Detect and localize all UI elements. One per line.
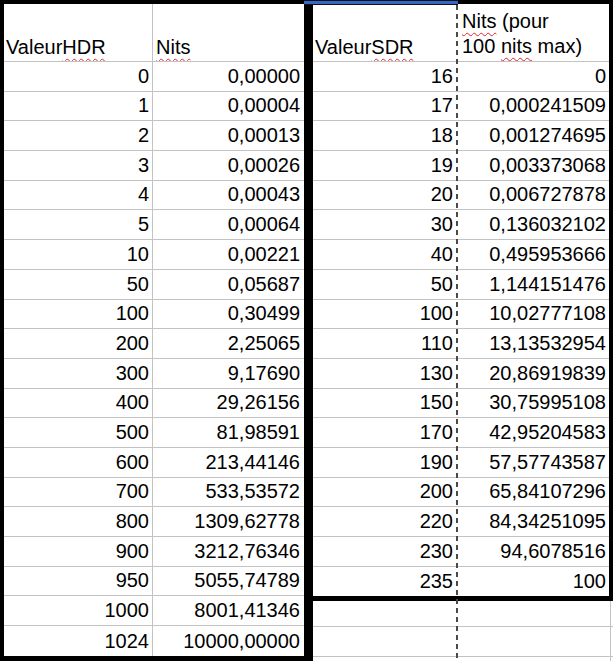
cell[interactable]: 100 <box>4 300 153 329</box>
cell[interactable]: 230 <box>313 537 457 566</box>
cell[interactable]: 3212,76346 <box>153 537 303 566</box>
cell[interactable]: 200 <box>4 329 153 358</box>
spellcheck-squiggle: Nits <box>156 35 190 59</box>
table-row: 200,006727878 <box>313 181 609 211</box>
table-row: 30,00026 <box>4 151 304 181</box>
cell[interactable]: 0,30499 <box>153 300 303 329</box>
table-row: 20065,84107296 <box>313 478 609 508</box>
cell[interactable]: 1,144151476 <box>457 270 609 299</box>
cell[interactable]: 700 <box>4 478 153 507</box>
cell[interactable]: 13,13532954 <box>457 329 609 358</box>
cell[interactable]: 0,136032102 <box>457 210 609 239</box>
cell[interactable]: 0,05687 <box>153 270 303 299</box>
cell[interactable]: 8001,41346 <box>153 596 303 625</box>
cell[interactable]: 10 <box>4 240 153 269</box>
table-row: 10,00004 <box>4 92 304 122</box>
cell[interactable]: 600 <box>4 448 153 477</box>
cell[interactable]: 0,00004 <box>153 92 303 121</box>
header-cell-valeur-sdr[interactable]: Valeur SDR <box>313 4 457 61</box>
cell[interactable]: 1 <box>4 92 153 121</box>
cell[interactable]: 5055,74789 <box>153 567 303 596</box>
cell[interactable]: 0 <box>457 62 609 91</box>
cell[interactable]: 5 <box>4 210 153 239</box>
cell[interactable]: 235 <box>313 567 457 597</box>
table-row: 17042,95204583 <box>313 418 609 448</box>
cell[interactable]: 190 <box>313 448 457 477</box>
cell[interactable]: 50 <box>313 270 457 299</box>
table-row: 3009,17690 <box>4 359 304 389</box>
cell[interactable]: 57,57743587 <box>457 448 609 477</box>
table-row: 50081,98591 <box>4 418 304 448</box>
hdr-table-header-row: Valeur HDR Nits <box>4 4 304 62</box>
cell[interactable]: 40 <box>313 240 457 269</box>
cell[interactable]: 300 <box>4 359 153 388</box>
cell[interactable]: 110 <box>313 329 457 358</box>
cell[interactable]: 2,25065 <box>153 329 303 358</box>
cell[interactable]: 200 <box>313 478 457 507</box>
cell[interactable]: 0,003373068 <box>457 151 609 180</box>
cell[interactable]: 0,00026 <box>153 151 303 180</box>
cell[interactable]: 0,001274695 <box>457 121 609 150</box>
cell[interactable]: 500 <box>4 418 153 447</box>
cell[interactable]: 950 <box>4 567 153 596</box>
cell[interactable]: 20,86919839 <box>457 359 609 388</box>
cell[interactable]: 800 <box>4 507 153 536</box>
cell[interactable]: 0,00000 <box>153 62 303 91</box>
cell[interactable]: 0,006727878 <box>457 181 609 210</box>
header-cell-nits[interactable]: Nits <box>153 4 303 61</box>
cell[interactable]: 213,44146 <box>153 448 303 477</box>
cell[interactable]: 18 <box>313 121 457 150</box>
table-row: 23094,6078516 <box>313 537 609 567</box>
cell[interactable]: 42,95204583 <box>457 418 609 447</box>
cell[interactable]: 94,6078516 <box>457 537 609 566</box>
cell[interactable]: 1309,62778 <box>153 507 303 536</box>
table-row: 190,003373068 <box>313 151 609 181</box>
cell[interactable]: 0,000241509 <box>457 92 609 121</box>
cell[interactable]: 20 <box>313 181 457 210</box>
cell[interactable]: 84,34251095 <box>457 507 609 536</box>
cell[interactable]: 17 <box>313 92 457 121</box>
cell[interactable]: 150 <box>313 389 457 418</box>
page-break-dashed-line <box>456 5 458 661</box>
cell[interactable]: 50 <box>4 270 153 299</box>
spellcheck-squiggle: HDR <box>62 35 105 59</box>
cell[interactable]: 2 <box>4 121 153 150</box>
header-line-1: Nits (pour <box>462 9 549 34</box>
cell[interactable]: 19 <box>313 151 457 180</box>
cell[interactable]: 30 <box>313 210 457 239</box>
cell[interactable]: 400 <box>4 389 153 418</box>
cell[interactable]: 1000 <box>4 596 153 625</box>
cell[interactable]: 1024 <box>4 626 153 656</box>
cell[interactable]: 0,00221 <box>153 240 303 269</box>
cell[interactable]: 220 <box>313 507 457 536</box>
cell[interactable]: 29,26156 <box>153 389 303 418</box>
cell[interactable]: 30,75995108 <box>457 389 609 418</box>
cell[interactable]: 0,00013 <box>153 121 303 150</box>
cell[interactable]: 130 <box>313 359 457 388</box>
sdr-table-header-row: Valeur SDR Nits (pour 100 nits max) <box>313 4 609 62</box>
cell[interactable]: 0,495953666 <box>457 240 609 269</box>
header-cell-nits-pour-100[interactable]: Nits (pour 100 nits max) <box>457 4 609 61</box>
table-row: 10010,02777108 <box>313 300 609 330</box>
cell[interactable]: 10,02777108 <box>457 300 609 329</box>
cell[interactable]: 0,00043 <box>153 181 303 210</box>
cell[interactable]: 0 <box>4 62 153 91</box>
header-cell-valeur-hdr[interactable]: Valeur HDR <box>4 4 153 61</box>
cell[interactable]: 9,17690 <box>153 359 303 388</box>
cell[interactable]: 4 <box>4 181 153 210</box>
hdr-table: Valeur HDR Nits 00,0000010,0000420,00013… <box>0 0 313 661</box>
table-row: 40029,26156 <box>4 389 304 419</box>
cell[interactable]: 170 <box>313 418 457 447</box>
cell[interactable]: 81,98591 <box>153 418 303 447</box>
cell[interactable]: 900 <box>4 537 153 566</box>
cell[interactable]: 533,53572 <box>153 478 303 507</box>
cell[interactable]: 65,84107296 <box>457 478 609 507</box>
cell[interactable]: 16 <box>313 62 457 91</box>
cell[interactable]: 100 <box>457 567 609 597</box>
grid-line <box>313 656 613 657</box>
cell[interactable]: 10000,00000 <box>153 626 303 656</box>
cell[interactable]: 3 <box>4 151 153 180</box>
spellcheck-squiggle: nits <box>501 35 532 57</box>
cell[interactable]: 100 <box>313 300 457 329</box>
cell[interactable]: 0,00064 <box>153 210 303 239</box>
